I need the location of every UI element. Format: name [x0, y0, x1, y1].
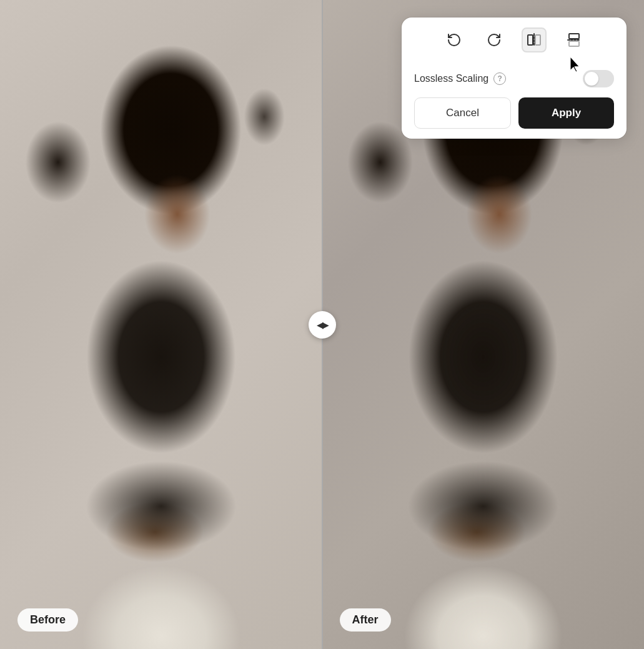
apply-button[interactable]: Apply: [518, 97, 614, 129]
main-container: Before After: [0, 0, 644, 649]
svg-rect-1: [535, 35, 540, 45]
before-photo: [0, 0, 322, 649]
svg-rect-0: [528, 35, 533, 45]
popup-actions: Cancel Apply: [414, 97, 614, 129]
lossless-scaling-text: Lossless Scaling: [414, 73, 488, 84]
svg-rect-3: [569, 34, 579, 39]
after-label: After: [340, 608, 391, 632]
svg-rect-4: [569, 41, 579, 46]
flip-horizontal-button[interactable]: [522, 27, 547, 52]
flip-vertical-button[interactable]: [562, 27, 587, 52]
toolbar: [414, 27, 614, 60]
rotate-left-button[interactable]: [442, 27, 467, 52]
after-panel: After: [322, 0, 645, 649]
divider-arrows-icon: ◀▶: [317, 320, 328, 330]
before-panel: Before: [0, 0, 322, 649]
lossless-scaling-row: Lossless Scaling ?: [414, 70, 614, 87]
lossless-scaling-toggle[interactable]: [583, 70, 614, 87]
options-popup: Lossless Scaling ? Cancel Apply: [402, 17, 627, 139]
before-label: Before: [17, 608, 78, 632]
rotate-right-button[interactable]: [482, 27, 507, 52]
cancel-button[interactable]: Cancel: [414, 97, 511, 129]
help-icon[interactable]: ?: [493, 72, 506, 85]
divider-handle[interactable]: ◀▶: [309, 311, 336, 339]
lossless-scaling-label-group: Lossless Scaling ?: [414, 72, 506, 85]
